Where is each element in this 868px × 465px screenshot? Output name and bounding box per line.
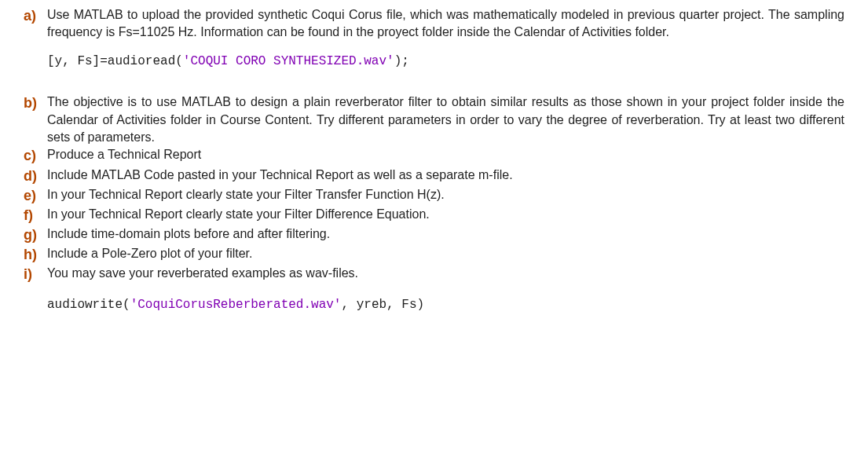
code-a: [y, Fs]=audioread('COQUI CORO SYNTHESIZE…: [47, 53, 844, 70]
item-i: i) You may save your reverberated exampl…: [24, 265, 844, 284]
marker-d: d): [24, 167, 47, 186]
item-d: d) Include MATLAB Code pasted in your Te…: [24, 167, 844, 186]
body-a: Use MATLAB to upload the provided synthe…: [47, 6, 844, 81]
marker-a: a): [24, 6, 47, 26]
item-b: b) The objective is to use MATLAB to des…: [24, 93, 844, 146]
marker-c: c): [24, 146, 47, 166]
code-a-suffix: );: [394, 54, 409, 68]
marker-h: h): [24, 245, 47, 265]
item-h: h) Include a Pole-Zero plot of your filt…: [24, 245, 844, 265]
text-d: Include MATLAB Code pasted in your Techn…: [47, 167, 844, 184]
item-c: c) Produce a Technical Report: [24, 146, 844, 166]
marker-e: e): [24, 186, 47, 206]
text-e: In your Technical Report clearly state y…: [47, 186, 844, 203]
item-e: e) In your Technical Report clearly stat…: [24, 186, 844, 206]
marker-b: b): [24, 93, 47, 113]
text-i: You may save your reverberated examples …: [47, 265, 844, 282]
code-i: audiowrite('CoquiCorusReberberated.wav',…: [47, 296, 844, 313]
item-g: g) Include time-domain plots before and …: [24, 225, 844, 245]
code-a-prefix: [y, Fs]=audioread(: [47, 54, 183, 68]
item-a: a) Use MATLAB to upload the provided syn…: [24, 6, 844, 81]
text-f: In your Technical Report clearly state y…: [47, 206, 844, 223]
marker-i: i): [24, 265, 47, 284]
marker-f: f): [24, 206, 47, 225]
code-i-prefix: audiowrite(: [47, 298, 130, 312]
text-c: Produce a Technical Report: [47, 146, 844, 163]
code-i-suffix: , yreb, Fs): [341, 298, 424, 312]
item-f: f) In your Technical Report clearly stat…: [24, 206, 844, 225]
code-a-string: 'COQUI CORO SYNTHESIZED.wav': [183, 54, 394, 68]
text-a: Use MATLAB to upload the provided synthe…: [47, 6, 844, 42]
text-g: Include time-domain plots before and aft…: [47, 225, 844, 243]
text-b: The objective is to use MATLAB to design…: [47, 93, 844, 146]
text-h: Include a Pole-Zero plot of your filter.: [47, 245, 844, 262]
marker-g: g): [24, 225, 47, 245]
code-i-string: 'CoquiCorusReberberated.wav': [130, 298, 342, 312]
